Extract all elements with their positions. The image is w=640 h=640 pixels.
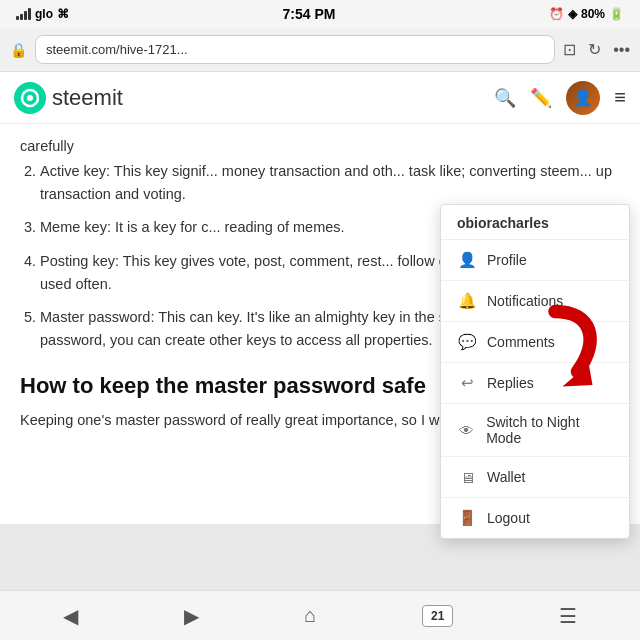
wifi-icon: ⌘	[57, 7, 69, 21]
signal-icon	[16, 8, 31, 20]
tab-icon[interactable]: ⊡	[563, 40, 576, 59]
dropdown-profile[interactable]: 👤 Profile	[441, 240, 629, 281]
back-icon: ◀	[63, 604, 78, 628]
location-icon: ◈	[568, 7, 577, 21]
replies-icon: ↩	[457, 373, 477, 393]
browser-bar: 🔒 steemit.com/hive-1721... ⊡ ↻ •••	[0, 28, 640, 72]
steemit-header: steemit 🔍 ✏️ 👤 ≡	[0, 72, 640, 124]
home-button[interactable]: ⌂	[292, 596, 328, 635]
intro-text: carefully	[20, 138, 620, 154]
notifications-icon: 🔔	[457, 291, 477, 311]
tab-count: 21	[422, 605, 453, 627]
dropdown-logout[interactable]: 🚪 Logout	[441, 498, 629, 538]
logo-text: steemit	[52, 85, 123, 111]
status-right: ⏰ ◈ 80% 🔋	[549, 7, 624, 21]
battery-label: 80%	[581, 7, 605, 21]
logo-icon	[14, 82, 46, 114]
bottom-bar: ◀ ▶ ⌂ 21 ☰	[0, 590, 640, 640]
browser-actions: ⊡ ↻ •••	[563, 40, 630, 59]
dropdown-notifications[interactable]: 🔔 Notifications	[441, 281, 629, 322]
status-bar: glo ⌘ 7:54 PM ⏰ ◈ 80% 🔋	[0, 0, 640, 28]
dropdown-nightmode[interactable]: 👁 Switch to Night Mode	[441, 404, 629, 457]
dropdown-username: obioracharles	[441, 205, 629, 240]
dropdown-comments[interactable]: 💬 Comments	[441, 322, 629, 363]
logout-icon: 🚪	[457, 508, 477, 528]
list-item: Active key: This key signif... money tra…	[40, 160, 620, 206]
back-button[interactable]: ◀	[51, 596, 90, 636]
lock-icon: 🔒	[10, 42, 27, 58]
user-avatar[interactable]: 👤	[566, 81, 600, 115]
edit-icon[interactable]: ✏️	[530, 87, 552, 109]
hamburger-icon[interactable]: ≡	[614, 86, 626, 109]
menu-icon: ☰	[559, 604, 577, 628]
tabs-button[interactable]: 21	[410, 597, 465, 635]
forward-icon: ▶	[184, 604, 199, 628]
menu-button[interactable]: ☰	[547, 596, 589, 636]
url-text: steemit.com/hive-1721...	[46, 42, 188, 57]
dropdown-menu: obioracharles 👤 Profile 🔔 Notifications …	[440, 204, 630, 539]
content-area: carefully Active key: This key signif...…	[0, 124, 640, 524]
dropdown-wallet[interactable]: 🖥 Wallet	[441, 457, 629, 498]
steemit-logo[interactable]: steemit	[14, 82, 494, 114]
search-icon[interactable]: 🔍	[494, 87, 516, 109]
status-left: glo ⌘	[16, 7, 69, 21]
more-icon[interactable]: •••	[613, 41, 630, 59]
alarm-icon: ⏰	[549, 7, 564, 21]
dropdown-replies[interactable]: ↩ Replies	[441, 363, 629, 404]
battery-icon: 🔋	[609, 7, 624, 21]
refresh-icon[interactable]: ↻	[588, 40, 601, 59]
header-icons: 🔍 ✏️ 👤 ≡	[494, 81, 626, 115]
comments-icon: 💬	[457, 332, 477, 352]
time-display: 7:54 PM	[283, 6, 336, 22]
carrier-label: glo	[35, 7, 53, 21]
nightmode-icon: 👁	[457, 420, 476, 440]
forward-button[interactable]: ▶	[172, 596, 211, 636]
svg-point-1	[27, 95, 33, 101]
url-bar[interactable]: steemit.com/hive-1721...	[35, 35, 555, 64]
wallet-icon: 🖥	[457, 467, 477, 487]
home-icon: ⌂	[304, 604, 316, 627]
profile-icon: 👤	[457, 250, 477, 270]
